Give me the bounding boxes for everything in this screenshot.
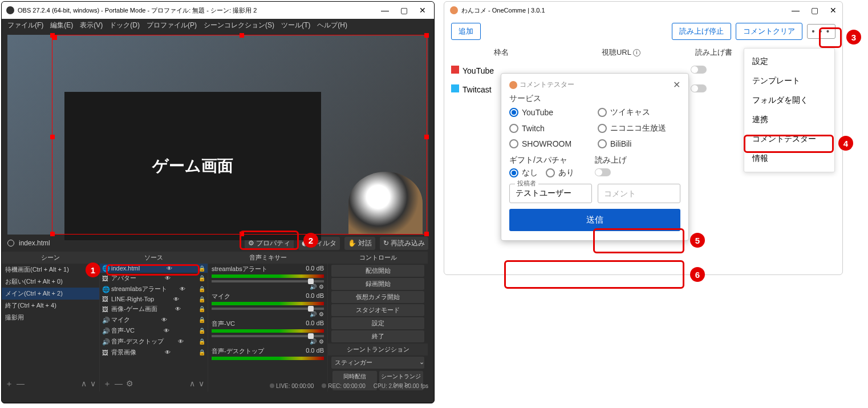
visibility-icon[interactable]: 👁 (165, 275, 171, 281)
visibility-icon[interactable]: 👁 (167, 265, 172, 272)
visibility-icon[interactable]: 👁 (173, 296, 179, 302)
visibility-icon[interactable]: 👁 (164, 328, 169, 334)
minimize-button[interactable]: — (792, 6, 800, 15)
volume-slider[interactable] (212, 335, 324, 337)
menu-edit[interactable]: 編集(E) (50, 21, 73, 30)
mute-icon[interactable]: 🔊 (310, 338, 317, 345)
source-item[interactable]: 🔊音声-VC👁🔒 (100, 325, 208, 336)
lock-icon[interactable]: 🔒 (198, 296, 205, 302)
remove-source-button[interactable]: — (115, 379, 123, 389)
source-item[interactable]: 🖼背景画像👁🔒 (100, 347, 208, 358)
obs-preview[interactable]: ゲーム画面 (7, 35, 428, 235)
visibility-icon[interactable]: 👁 (178, 338, 184, 345)
lock-icon[interactable]: 🔒 (198, 275, 205, 281)
lock-icon[interactable]: 🔒 (198, 338, 205, 345)
start-stream-button[interactable]: 配信開始 (331, 265, 424, 277)
submit-button[interactable]: 送信 (509, 209, 680, 231)
visibility-icon[interactable]: 👁 (161, 317, 167, 323)
menu-open-folder[interactable]: フォルダを開く (744, 91, 834, 110)
source-settings-button[interactable]: ⚙ (126, 379, 133, 389)
volume-slider[interactable] (212, 280, 324, 282)
visibility-icon[interactable]: 👁 (175, 306, 181, 312)
add-scene-button[interactable]: ＋ (5, 379, 13, 389)
lock-icon[interactable]: 🔒 (198, 328, 205, 334)
scene-down-button[interactable]: ∨ (90, 379, 96, 389)
menu-help[interactable]: ヘルプ(H) (317, 21, 347, 30)
source-up-button[interactable]: ∧ (189, 379, 195, 389)
close-button[interactable]: ✕ (419, 6, 426, 15)
source-item[interactable]: 🖼アバター👁🔒 (100, 273, 208, 284)
service-radio-niconico[interactable]: ニコニコ生放送 (598, 123, 680, 134)
scene-item[interactable]: 待機画面(Ctrl + Alt + 1) (2, 264, 99, 276)
scene-up-button[interactable]: ∧ (81, 379, 87, 389)
scene-item[interactable]: お願い(Ctrl + Alt + 0) (2, 276, 99, 288)
minimize-button[interactable]: — (381, 6, 389, 15)
maximize-button[interactable]: ▢ (400, 6, 408, 15)
transition-select[interactable]: スティンガー ⌄ (331, 357, 424, 369)
source-item[interactable]: 🔊マイク👁🔒 (100, 314, 208, 325)
menu-settings[interactable]: 設定 (744, 52, 834, 71)
gift-radio-none[interactable]: なし (509, 168, 538, 178)
service-radio-showroom[interactable]: SHOWROOM (509, 139, 592, 148)
source-item[interactable]: 🌐streamlabsアラート👁🔒 (100, 284, 208, 294)
interact-button[interactable]: ✋対話 (344, 237, 375, 250)
remove-scene-button[interactable]: — (17, 379, 25, 389)
maximize-button[interactable]: ▢ (811, 6, 818, 15)
scene-item[interactable]: 撮影用 (2, 312, 99, 324)
source-item[interactable]: 🖼LINE-Right-Top👁🔒 (100, 294, 208, 304)
info-icon[interactable]: i (633, 49, 640, 56)
menu-template[interactable]: テンプレート (744, 71, 834, 91)
tts-toggle[interactable] (691, 66, 707, 74)
tts-toggle[interactable] (595, 168, 611, 176)
lock-icon[interactable]: 🔒 (198, 306, 205, 312)
add-source-button[interactable]: ＋ (103, 379, 111, 389)
lock-icon[interactable]: 🔒 (198, 317, 205, 323)
close-button[interactable]: ✕ (830, 6, 837, 15)
source-down-button[interactable]: ∨ (198, 379, 204, 389)
reload-button[interactable]: ↻再読み込み (380, 237, 428, 250)
menu-view[interactable]: 表示(V) (80, 21, 103, 30)
source-item[interactable]: 🔊音声-デスクトップ👁🔒 (100, 336, 208, 347)
add-button[interactable]: 追加 (451, 23, 481, 40)
gift-radio-yes[interactable]: あり (546, 168, 574, 178)
source-item[interactable]: 🌐index.html👁🔒 (100, 264, 208, 273)
lock-icon[interactable]: 🔒 (198, 265, 205, 272)
source-item[interactable]: 🖼画像-ゲーム画面👁🔒 (100, 304, 208, 314)
studio-mode-button[interactable]: スタジオモード (331, 304, 424, 316)
clear-comments-button[interactable]: コメントクリア (736, 23, 802, 40)
menu-dock[interactable]: ドック(D) (109, 21, 140, 30)
start-virtual-cam-button[interactable]: 仮想カメラ開始 (331, 291, 424, 303)
gear-icon[interactable]: ⚙ (319, 338, 324, 345)
lock-icon[interactable]: 🔒 (198, 349, 205, 356)
lock-icon[interactable]: 🔒 (198, 286, 205, 292)
scene-item[interactable]: メイン(Ctrl + Alt + 2) (2, 288, 99, 300)
menu-info[interactable]: 情報 (744, 149, 834, 168)
tts-toggle[interactable] (691, 84, 707, 92)
more-menu-button[interactable]: • • • (807, 24, 835, 39)
comment-input[interactable] (598, 184, 680, 203)
gear-icon[interactable]: ⚙ (319, 284, 324, 290)
settings-button[interactable]: 設定 (331, 317, 424, 329)
menu-tools[interactable]: ツール(T) (281, 21, 310, 30)
mute-icon[interactable]: 🔊 (310, 311, 317, 317)
menu-integration[interactable]: 連携 (744, 110, 834, 130)
menu-profile[interactable]: プロファイル(P) (147, 21, 197, 30)
menu-file[interactable]: ファイル(F) (7, 21, 43, 30)
menu-comment-tester[interactable]: コメントテスター (744, 130, 834, 149)
mute-icon[interactable]: 🔊 (310, 284, 317, 290)
volume-slider[interactable] (212, 308, 324, 310)
close-button[interactable]: ✕ (673, 79, 680, 90)
image-icon: 🖼 (102, 306, 109, 313)
service-radio-bilibili[interactable]: BiliBili (598, 139, 680, 148)
gear-icon[interactable]: ⚙ (319, 311, 324, 317)
exit-button[interactable]: 終了 (331, 330, 424, 342)
service-radio-twicas[interactable]: ツイキャス (598, 107, 680, 118)
menu-scenecollection[interactable]: シーンコレクション(S) (204, 21, 274, 30)
service-radio-twitch[interactable]: Twitch (509, 123, 592, 134)
stop-tts-button[interactable]: 読み上げ停止 (672, 23, 731, 40)
start-record-button[interactable]: 録画開始 (331, 278, 424, 290)
visibility-icon[interactable]: 👁 (165, 349, 171, 356)
scene-item[interactable]: 終了(Ctrl + Alt + 4) (2, 300, 99, 312)
service-radio-youtube[interactable]: YouTube (509, 107, 592, 118)
visibility-icon[interactable]: 👁 (180, 286, 185, 292)
